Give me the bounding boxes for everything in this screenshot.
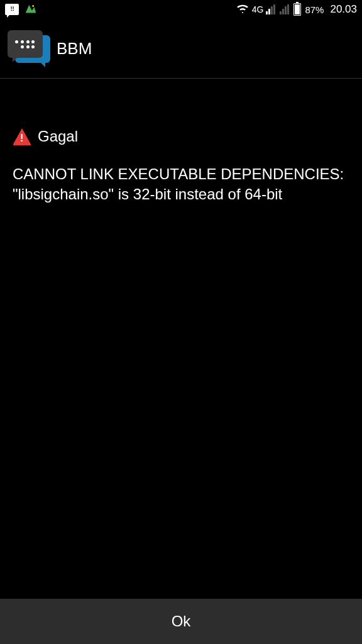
battery-icon: [293, 3, 301, 16]
error-message: CANNOT LINK EXECUTABLE DEPENDENCIES: "li…: [13, 164, 349, 205]
signal-2-icon: [280, 4, 289, 14]
app-title: BBM: [57, 39, 92, 58]
wifi-icon: [236, 3, 250, 17]
error-header: Gagal: [13, 128, 349, 145]
status-bar-left: [5, 3, 38, 16]
error-title: Gagal: [38, 128, 78, 145]
app-header: BBM: [0, 19, 362, 79]
status-bar: 4G 87% 20.03: [0, 0, 362, 19]
error-dialog-content: Gagal CANNOT LINK EXECUTABLE DEPENDENCIE…: [0, 79, 362, 223]
signal-1-icon: [266, 4, 275, 14]
star-notification-icon: [24, 3, 38, 16]
bbm-notification-icon: [5, 3, 19, 16]
network-type-label: 4G: [252, 4, 264, 14]
warning-icon: [13, 128, 31, 145]
ok-button-label: Ok: [172, 613, 191, 630]
ok-button[interactable]: Ok: [0, 599, 362, 644]
bbm-app-icon: [8, 30, 50, 67]
status-bar-right: 4G 87% 20.03: [236, 3, 357, 17]
clock-label: 20.03: [330, 3, 357, 16]
battery-percent-label: 87%: [305, 4, 324, 15]
